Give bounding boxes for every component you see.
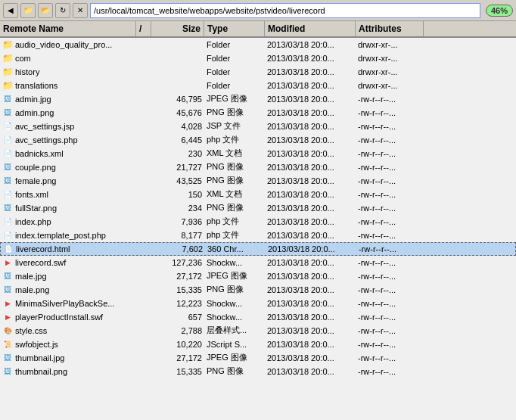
cell-size: [151, 65, 204, 78]
cell-modified: 2013/03/18 20:0...: [265, 38, 356, 51]
table-row[interactable]: ▶ MinimaSilverPlayBackSe... 12,223 Shock…: [0, 297, 516, 310]
table-row[interactable]: 🖼 female.png 43,525 PNG 图像 2013/03/18 20…: [0, 174, 516, 188]
cell-name: 📄 avc_settings.php: [0, 133, 136, 146]
cell-name: 📁 com: [0, 51, 136, 64]
cell-attributes: -rw-r--r--...: [356, 92, 424, 105]
table-row[interactable]: 🎨 style.css 2,788 层叠样式... 2013/03/18 20:…: [0, 324, 516, 338]
php-icon: 📄: [2, 135, 13, 145]
folder-icon: 📁: [2, 67, 13, 77]
cell-slash: [136, 310, 151, 323]
table-row[interactable]: 📄 badnicks.xml 230 XML 文档 2013/03/18 20:…: [0, 147, 516, 160]
cell-name: 📁 history: [0, 65, 136, 78]
cell-size: [151, 51, 204, 64]
col-header-modified[interactable]: Modified: [265, 21, 356, 36]
col-header-attributes[interactable]: Attributes: [356, 21, 424, 36]
cell-modified: 2013/03/18 20:0...: [266, 243, 356, 255]
cell-attributes: -rw-r--r--...: [356, 297, 424, 310]
cell-slash: [136, 188, 151, 201]
cell-type: XML 文档: [204, 188, 265, 201]
image-icon: 🖼: [2, 162, 13, 173]
table-row[interactable]: 📄 index.php 7,936 php 文件 2013/03/18 20:0…: [0, 215, 516, 229]
cell-attributes: drwxr-xr-...: [356, 79, 424, 92]
file-name-text: swfobject.js: [15, 340, 58, 349]
cell-slash: [136, 351, 151, 364]
swf-icon: ▶: [2, 312, 13, 322]
refresh-button[interactable]: ↻: [55, 3, 70, 18]
table-row[interactable]: 📁 audio_video_quality_pro... Folder 2013…: [0, 38, 516, 51]
table-row[interactable]: 🖼 admin.jpg 46,795 JPEG 图像 2013/03/18 20…: [0, 92, 516, 106]
table-row[interactable]: 📄 avc_settings.jsp 4,028 JSP 文件 2013/03/…: [0, 120, 516, 133]
table-row[interactable]: 📄 index.template_post.php 8,177 php 文件 2…: [0, 229, 516, 242]
cell-name: 📜 swfobject.js: [0, 338, 136, 350]
cell-slash: [136, 65, 151, 78]
table-row[interactable]: 🖼 thumbnail.png 15,335 PNG 图像 2013/03/18…: [0, 365, 516, 378]
cell-modified: 2013/03/18 20:0...: [265, 297, 356, 310]
cell-name: 🎨 style.css: [0, 324, 136, 337]
cell-modified: 2013/03/18 20:0...: [265, 201, 356, 214]
file-name-text: female.png: [15, 176, 56, 185]
cell-size: [151, 38, 204, 51]
folder-icon-btn[interactable]: 📁: [20, 3, 36, 18]
php-icon: 📄: [2, 216, 13, 227]
file-name-text: fullStar.png: [15, 204, 57, 213]
cell-attributes: -rw-r--r--...: [356, 188, 424, 201]
cell-type: JPEG 图像: [204, 92, 265, 105]
cell-slash: [136, 160, 151, 173]
cell-type: JScript S...: [204, 338, 265, 350]
stop-button[interactable]: ✕: [73, 3, 88, 18]
cell-modified: 2013/03/18 20:0...: [265, 106, 356, 119]
file-name-text: thumbnail.png: [15, 367, 67, 376]
cell-slash: [136, 51, 151, 64]
col-header-type[interactable]: Type: [204, 21, 265, 36]
file-list: 📁 audio_video_quality_pro... Folder 2013…: [0, 38, 516, 420]
file-name-text: admin.png: [15, 108, 54, 117]
folder2-icon-btn[interactable]: 📂: [38, 3, 53, 18]
table-row[interactable]: 🖼 admin.png 45,676 PNG 图像 2013/03/18 20:…: [0, 106, 516, 120]
file-name-text: liverecord.swf: [15, 258, 66, 267]
table-row[interactable]: 📄 avc_settings.php 6,445 php 文件 2013/03/…: [0, 133, 516, 147]
file-name-text: male.png: [15, 285, 49, 294]
col-header-slash: /: [136, 21, 151, 36]
file-name-text: admin.jpg: [15, 95, 51, 104]
col-header-size[interactable]: Size: [151, 21, 204, 36]
image-icon: 🖼: [2, 203, 13, 213]
cell-size: 15,335: [151, 365, 204, 378]
cell-size: [151, 79, 204, 92]
table-row[interactable]: 🖼 couple.png 21,727 PNG 图像 2013/03/18 20…: [0, 160, 516, 174]
table-row[interactable]: 🖼 male.jpg 27,172 JPEG 图像 2013/03/18 20:…: [0, 269, 516, 283]
cell-attributes: drwxr-xr-...: [356, 65, 424, 78]
table-row[interactable]: 📜 swfobject.js 10,220 JScript S... 2013/…: [0, 338, 516, 351]
file-name-text: fonts.xml: [15, 190, 48, 199]
table-row[interactable]: 📁 translations Folder 2013/03/18 20:0...…: [0, 79, 516, 92]
table-row[interactable]: 🖼 fullStar.png 234 PNG 图像 2013/03/18 20:…: [0, 201, 516, 215]
cell-attributes: drwxr-xr-...: [356, 51, 424, 64]
table-row[interactable]: 📁 com Folder 2013/03/18 20:0... drwxr-xr…: [0, 51, 516, 65]
cell-attributes: -rw-r--r--...: [356, 351, 424, 364]
table-row[interactable]: ▶ liverecord.swf 127,236 Shockw... 2013/…: [0, 256, 516, 269]
table-row[interactable]: ▶ playerProductInstall.swf 657 Shockw...…: [0, 310, 516, 324]
cell-name: 🖼 thumbnail.png: [0, 365, 136, 378]
table-row[interactable]: 📄 liverecord.html 7,602 360 Chr... 2013/…: [0, 242, 516, 256]
cell-name: 🖼 admin.jpg: [0, 92, 136, 105]
cell-modified: 2013/03/18 20:0...: [265, 174, 356, 187]
table-row[interactable]: 📄 fonts.xml 150 XML 文档 2013/03/18 20:0..…: [0, 188, 516, 201]
back-button[interactable]: ◀: [3, 3, 18, 18]
cell-attributes: -rw-r--r--...: [356, 256, 424, 269]
table-row[interactable]: 📁 history Folder 2013/03/18 20:0... drwx…: [0, 65, 516, 79]
cell-type: JSP 文件: [204, 120, 265, 132]
cell-type: PNG 图像: [204, 106, 265, 119]
cell-modified: 2013/03/18 20:0...: [265, 351, 356, 364]
cell-type: PNG 图像: [204, 283, 265, 296]
cell-modified: 2013/03/18 20:0...: [265, 324, 356, 337]
file-name-text: liverecord.html: [16, 244, 70, 254]
cell-modified: 2013/03/18 20:0...: [265, 160, 356, 173]
swf-icon: ▶: [2, 257, 13, 268]
cell-attributes: -rw-r--r--...: [356, 310, 424, 323]
col-header-name[interactable]: Remote Name: [0, 21, 136, 36]
table-row[interactable]: 🖼 thumbnail.jpg 27,172 JPEG 图像 2013/03/1…: [0, 351, 516, 365]
folder-icon: 📁: [2, 53, 13, 64]
cell-type: PNG 图像: [204, 201, 265, 214]
image-icon: 🖼: [2, 107, 13, 118]
address-bar[interactable]: /usr/local/tomcat_website/webapps/websit…: [90, 3, 480, 18]
table-row[interactable]: 🖼 male.png 15,335 PNG 图像 2013/03/18 20:0…: [0, 283, 516, 297]
